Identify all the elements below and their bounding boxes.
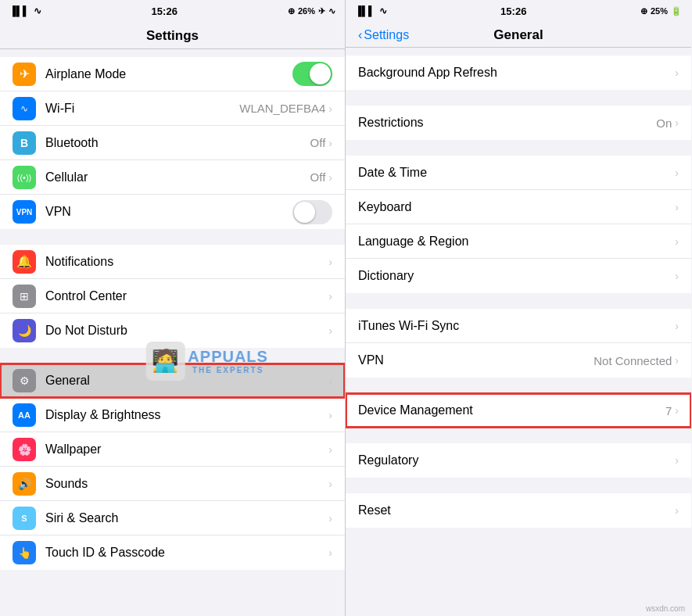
background-app-row[interactable]: Background App Refresh › [346, 56, 691, 90]
airplane-icon: ✈ [13, 63, 36, 86]
sounds-label: Sounds [45, 477, 328, 491]
left-settings-scroll[interactable]: ✈ Airplane Mode ∿ Wi-Fi WLAN_DEFBA4 › B … [0, 49, 345, 616]
bluetooth-row[interactable]: B Bluetooth Off › [0, 126, 345, 160]
keyboard-label: Keyboard [358, 200, 675, 214]
notif-group: 🔔 Notifications › ⊞ Control Center › 🌙 D… [0, 245, 345, 348]
vpn-right-chevron: › [675, 354, 679, 367]
restrictions-chevron: › [675, 116, 679, 129]
right-wifi-icon: ∿ [379, 5, 387, 16]
device-management-value: 7 [665, 404, 672, 417]
control-center-row[interactable]: ⊞ Control Center › [0, 279, 345, 313]
background-app-label: Background App Refresh [358, 66, 675, 80]
vpn-toggle[interactable] [292, 200, 332, 224]
control-center-icon: ⊞ [13, 285, 36, 308]
language-chevron: › [675, 235, 679, 248]
dictionary-row[interactable]: Dictionary › [346, 259, 691, 293]
right-panel: ▐▌▌ ∿ 15:26 ⊕ 25% 🔋 ‹ Settings General B… [346, 0, 691, 616]
vpn-right-row[interactable]: VPN Not Connected › [346, 343, 691, 378]
wifi-chevron: › [328, 102, 332, 115]
cellular-value: Off [310, 170, 326, 184]
wifi-label: Wi-Fi [45, 102, 239, 116]
display-row[interactable]: AA Display & Brightness › [0, 398, 345, 432]
vpn-right-label: VPN [358, 353, 593, 367]
notifications-chevron: › [328, 256, 332, 268]
control-center-label: Control Center [45, 289, 328, 303]
general-row[interactable]: ⚙ General › [0, 364, 345, 398]
dictionary-chevron: › [675, 270, 679, 282]
sounds-row[interactable]: 🔊 Sounds › [0, 467, 345, 501]
wifi-icon: ∿ [34, 5, 41, 16]
display-icon: AA [13, 403, 36, 427]
wifi-row[interactable]: ∿ Wi-Fi WLAN_DEFBA4 › [0, 91, 345, 126]
right-nav-bar: ‹ Settings General [346, 22, 691, 48]
right-status-left: ▐▌▌ ∿ [355, 5, 387, 16]
itunes-wifi-row[interactable]: iTunes Wi-Fi Sync › [346, 309, 691, 343]
vpn-row[interactable]: VPN VPN [0, 195, 345, 229]
general-icon: ⚙ [13, 369, 36, 392]
bluetooth-chevron: › [328, 137, 332, 149]
siri-icon: S [13, 507, 36, 530]
right-group2: Restrictions On › [346, 106, 691, 140]
display-label: Display & Brightness [45, 408, 328, 422]
notifications-row[interactable]: 🔔 Notifications › [0, 245, 345, 279]
notifications-label: Notifications [45, 255, 328, 269]
control-center-chevron: › [328, 290, 332, 303]
language-row[interactable]: Language & Region › [346, 224, 691, 259]
sep1 [0, 229, 345, 245]
device-management-row[interactable]: Device Management 7 › [346, 393, 691, 428]
left-wifi-icon2: ∿ [328, 6, 335, 16]
right-group1: Background App Refresh › [346, 56, 691, 90]
left-status-left: ▐▌▌ ∿ [9, 5, 41, 16]
signal-icon: ▐▌▌ [9, 5, 30, 16]
wsxdn-watermark: wsxdn.com [646, 604, 685, 613]
right-sep4 [346, 378, 691, 393]
dnd-row[interactable]: 🌙 Do Not Disturb › [0, 313, 345, 348]
right-sep3 [346, 293, 691, 309]
restrictions-label: Restrictions [358, 116, 656, 130]
airplane-mode-row[interactable]: ✈ Airplane Mode [0, 57, 345, 91]
touchid-row[interactable]: 👆 Touch ID & Passcode › [0, 535, 345, 570]
back-button[interactable]: ‹ Settings [358, 28, 409, 42]
regulatory-row[interactable]: Regulatory › [346, 443, 691, 478]
bluetooth-value: Off [310, 136, 326, 149]
cellular-chevron: › [328, 171, 332, 184]
regulatory-label: Regulatory [358, 453, 675, 467]
siri-chevron: › [328, 512, 332, 525]
restrictions-value: On [656, 116, 672, 130]
dnd-icon: 🌙 [13, 319, 36, 342]
right-battery-icon: 🔋 [671, 6, 682, 16]
left-status-right: ⊕ 26% ✈ ∿ [288, 6, 335, 16]
cellular-row[interactable]: ((•)) Cellular Off › [0, 160, 345, 195]
dnd-chevron: › [328, 324, 332, 337]
right-group7: Reset › [346, 493, 691, 528]
regulatory-chevron: › [675, 454, 679, 467]
airplane-toggle[interactable] [292, 62, 332, 86]
reset-chevron: › [675, 504, 679, 517]
date-time-row[interactable]: Date & Time › [346, 156, 691, 190]
right-group6: Regulatory › [346, 443, 691, 478]
airplane-toggle-knob [310, 63, 331, 84]
left-panel: ▐▌▌ ∿ 15:26 ⊕ 26% ✈ ∿ Settings ✈ Airplan… [0, 0, 346, 616]
sounds-icon: 🔊 [13, 472, 36, 496]
right-time: 15:26 [500, 5, 526, 17]
vpn-label: VPN [45, 205, 292, 219]
right-nav-title: General [493, 27, 543, 43]
siri-label: Siri & Search [45, 511, 328, 525]
itunes-wifi-label: iTunes Wi-Fi Sync [358, 319, 675, 333]
airplane-label: Airplane Mode [45, 67, 292, 81]
left-nav-title: Settings [146, 28, 199, 43]
reset-row[interactable]: Reset › [346, 493, 691, 528]
wallpaper-row[interactable]: 🌸 Wallpaper › [0, 432, 345, 467]
siri-row[interactable]: S Siri & Search › [0, 501, 345, 535]
bluetooth-label: Bluetooth [45, 136, 310, 150]
right-location-icon: ⊕ [640, 6, 647, 16]
back-label: Settings [364, 28, 409, 42]
keyboard-row[interactable]: Keyboard › [346, 190, 691, 224]
background-app-chevron: › [675, 66, 679, 79]
right-battery-pct: 25% [651, 6, 668, 16]
restrictions-row[interactable]: Restrictions On › [346, 106, 691, 140]
wallpaper-chevron: › [328, 443, 332, 456]
touchid-icon: 👆 [13, 541, 36, 564]
vpn-right-value: Not Connected [593, 354, 672, 367]
right-settings-scroll[interactable]: Background App Refresh › Restrictions On… [346, 48, 691, 616]
